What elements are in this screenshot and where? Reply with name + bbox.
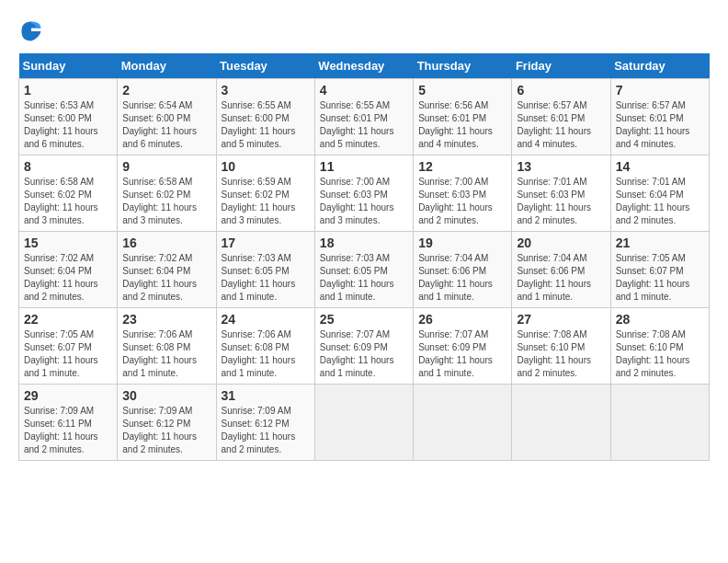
day-number: 6	[517, 83, 605, 98]
calendar-cell: 5 Sunrise: 6:56 AMSunset: 6:01 PMDayligh…	[414, 79, 512, 155]
day-info: Sunrise: 7:01 AMSunset: 6:03 PMDaylight:…	[517, 176, 605, 227]
calendar-cell: 23 Sunrise: 7:06 AMSunset: 6:08 PMDaylig…	[118, 308, 216, 385]
day-info: Sunrise: 6:57 AMSunset: 6:01 PMDaylight:…	[616, 99, 704, 151]
day-info: Sunrise: 7:02 AMSunset: 6:04 PMDaylight:…	[24, 252, 112, 304]
weekday-header-thursday: Thursday	[414, 53, 512, 79]
day-number: 12	[418, 159, 506, 174]
day-number: 28	[616, 312, 704, 327]
calendar-cell: 30 Sunrise: 7:09 AMSunset: 6:12 PMDaylig…	[118, 385, 216, 461]
calendar-cell: 9 Sunrise: 6:58 AMSunset: 6:02 PMDayligh…	[118, 155, 216, 232]
day-number: 5	[418, 83, 506, 98]
calendar-cell: 28 Sunrise: 7:08 AMSunset: 6:10 PMDaylig…	[610, 308, 709, 385]
calendar-cell: 15 Sunrise: 7:02 AMSunset: 6:04 PMDaylig…	[19, 232, 118, 308]
day-info: Sunrise: 7:07 AMSunset: 6:09 PMDaylight:…	[418, 328, 506, 380]
logo-icon	[18, 18, 44, 44]
day-number: 11	[320, 159, 408, 174]
calendar-cell: 29 Sunrise: 7:09 AMSunset: 6:11 PMDaylig…	[19, 385, 118, 461]
day-info: Sunrise: 7:05 AMSunset: 6:07 PMDaylight:…	[24, 328, 112, 380]
day-info: Sunrise: 7:04 AMSunset: 6:06 PMDaylight:…	[517, 252, 605, 304]
day-number: 30	[122, 388, 210, 403]
calendar-cell	[314, 385, 413, 461]
calendar-cell: 31 Sunrise: 7:09 AMSunset: 6:12 PMDaylig…	[216, 385, 314, 461]
weekday-header-saturday: Saturday	[610, 53, 709, 79]
day-info: Sunrise: 7:06 AMSunset: 6:08 PMDaylight:…	[222, 328, 310, 380]
weekday-header-tuesday: Tuesday	[216, 53, 314, 79]
day-info: Sunrise: 7:03 AMSunset: 6:05 PMDaylight:…	[222, 252, 310, 304]
calendar-cell: 21 Sunrise: 7:05 AMSunset: 6:07 PMDaylig…	[610, 232, 709, 308]
day-number: 24	[222, 312, 310, 327]
calendar-week-row: 1 Sunrise: 6:53 AMSunset: 6:00 PMDayligh…	[19, 79, 710, 155]
day-info: Sunrise: 6:55 AMSunset: 6:00 PMDaylight:…	[222, 99, 310, 151]
page-header	[18, 18, 710, 44]
day-number: 9	[122, 159, 210, 174]
calendar-cell: 19 Sunrise: 7:04 AMSunset: 6:06 PMDaylig…	[414, 232, 512, 308]
calendar-cell: 22 Sunrise: 7:05 AMSunset: 6:07 PMDaylig…	[19, 308, 118, 385]
calendar-cell: 24 Sunrise: 7:06 AMSunset: 6:08 PMDaylig…	[216, 308, 314, 385]
calendar-cell: 7 Sunrise: 6:57 AMSunset: 6:01 PMDayligh…	[610, 79, 709, 155]
day-number: 2	[122, 83, 210, 98]
day-info: Sunrise: 7:09 AMSunset: 6:11 PMDaylight:…	[24, 405, 112, 456]
weekday-header-sunday: Sunday	[19, 53, 118, 79]
calendar-cell: 1 Sunrise: 6:53 AMSunset: 6:00 PMDayligh…	[19, 79, 118, 155]
weekday-header-friday: Friday	[512, 53, 610, 79]
calendar-table: SundayMondayTuesdayWednesdayThursdayFrid…	[18, 53, 710, 461]
calendar-cell: 13 Sunrise: 7:01 AMSunset: 6:03 PMDaylig…	[512, 155, 610, 232]
day-info: Sunrise: 6:53 AMSunset: 6:00 PMDaylight:…	[24, 99, 112, 151]
day-number: 8	[24, 159, 112, 174]
calendar-cell: 14 Sunrise: 7:01 AMSunset: 6:04 PMDaylig…	[610, 155, 709, 232]
calendar-cell: 3 Sunrise: 6:55 AMSunset: 6:00 PMDayligh…	[216, 79, 314, 155]
day-number: 1	[24, 83, 112, 98]
calendar-cell: 27 Sunrise: 7:08 AMSunset: 6:10 PMDaylig…	[512, 308, 610, 385]
day-info: Sunrise: 7:02 AMSunset: 6:04 PMDaylight:…	[122, 252, 210, 304]
calendar-cell: 8 Sunrise: 6:58 AMSunset: 6:02 PMDayligh…	[19, 155, 118, 232]
day-number: 16	[122, 236, 210, 250]
day-number: 22	[24, 312, 112, 327]
day-info: Sunrise: 7:09 AMSunset: 6:12 PMDaylight:…	[222, 405, 310, 456]
day-info: Sunrise: 6:58 AMSunset: 6:02 PMDaylight:…	[24, 176, 112, 227]
day-info: Sunrise: 7:07 AMSunset: 6:09 PMDaylight:…	[320, 328, 408, 380]
calendar-cell: 10 Sunrise: 6:59 AMSunset: 6:02 PMDaylig…	[216, 155, 314, 232]
day-info: Sunrise: 6:58 AMSunset: 6:02 PMDaylight:…	[122, 176, 210, 227]
day-number: 21	[616, 236, 704, 250]
day-info: Sunrise: 7:04 AMSunset: 6:06 PMDaylight:…	[418, 252, 506, 304]
day-number: 29	[24, 388, 112, 403]
weekday-header-wednesday: Wednesday	[314, 53, 413, 79]
day-number: 18	[320, 236, 408, 250]
day-info: Sunrise: 7:08 AMSunset: 6:10 PMDaylight:…	[517, 328, 605, 380]
calendar-cell: 20 Sunrise: 7:04 AMSunset: 6:06 PMDaylig…	[512, 232, 610, 308]
day-number: 3	[222, 83, 310, 98]
day-info: Sunrise: 7:00 AMSunset: 6:03 PMDaylight:…	[418, 176, 506, 227]
calendar-cell: 11 Sunrise: 7:00 AMSunset: 6:03 PMDaylig…	[314, 155, 413, 232]
day-number: 15	[24, 236, 112, 250]
weekday-header-monday: Monday	[118, 53, 216, 79]
calendar-cell: 17 Sunrise: 7:03 AMSunset: 6:05 PMDaylig…	[216, 232, 314, 308]
day-number: 27	[517, 312, 605, 327]
day-number: 7	[616, 83, 704, 98]
day-info: Sunrise: 7:05 AMSunset: 6:07 PMDaylight:…	[616, 252, 704, 304]
day-info: Sunrise: 7:06 AMSunset: 6:08 PMDaylight:…	[122, 328, 210, 380]
day-info: Sunrise: 7:08 AMSunset: 6:10 PMDaylight:…	[616, 328, 704, 380]
day-number: 20	[517, 236, 605, 250]
day-info: Sunrise: 7:00 AMSunset: 6:03 PMDaylight:…	[320, 176, 408, 227]
calendar-cell: 25 Sunrise: 7:07 AMSunset: 6:09 PMDaylig…	[314, 308, 413, 385]
day-number: 25	[320, 312, 408, 327]
calendar-week-row: 8 Sunrise: 6:58 AMSunset: 6:02 PMDayligh…	[19, 155, 710, 232]
calendar-cell: 16 Sunrise: 7:02 AMSunset: 6:04 PMDaylig…	[118, 232, 216, 308]
calendar-week-row: 22 Sunrise: 7:05 AMSunset: 6:07 PMDaylig…	[19, 308, 710, 385]
calendar-cell: 12 Sunrise: 7:00 AMSunset: 6:03 PMDaylig…	[414, 155, 512, 232]
day-info: Sunrise: 7:03 AMSunset: 6:05 PMDaylight:…	[320, 252, 408, 304]
calendar-cell	[610, 385, 709, 461]
calendar-cell: 6 Sunrise: 6:57 AMSunset: 6:01 PMDayligh…	[512, 79, 610, 155]
calendar-cell: 2 Sunrise: 6:54 AMSunset: 6:00 PMDayligh…	[118, 79, 216, 155]
day-info: Sunrise: 6:59 AMSunset: 6:02 PMDaylight:…	[222, 176, 310, 227]
day-number: 31	[222, 388, 310, 403]
day-number: 17	[222, 236, 310, 250]
day-info: Sunrise: 7:01 AMSunset: 6:04 PMDaylight:…	[616, 176, 704, 227]
day-info: Sunrise: 6:57 AMSunset: 6:01 PMDaylight:…	[517, 99, 605, 151]
day-number: 23	[122, 312, 210, 327]
calendar-cell: 26 Sunrise: 7:07 AMSunset: 6:09 PMDaylig…	[414, 308, 512, 385]
day-number: 10	[222, 159, 310, 174]
calendar-cell: 18 Sunrise: 7:03 AMSunset: 6:05 PMDaylig…	[314, 232, 413, 308]
weekday-header-row: SundayMondayTuesdayWednesdayThursdayFrid…	[19, 53, 710, 79]
calendar-cell	[512, 385, 610, 461]
